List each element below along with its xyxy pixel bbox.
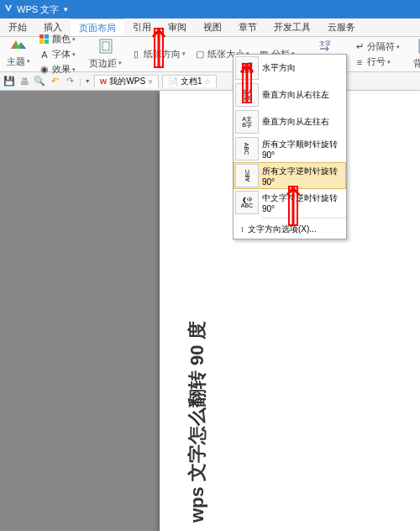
orient-icon: ▯ — [130, 48, 142, 60]
linenum-button[interactable]: ≡行号▾ — [352, 55, 402, 69]
color-button[interactable]: 颜色▾ — [37, 32, 77, 46]
textdir-icon: 文字 — [318, 39, 331, 55]
size-icon: ▢ — [194, 48, 206, 60]
margin-button[interactable]: 页边距▾ — [87, 56, 123, 71]
app-logo-icon — [3, 3, 13, 15]
margin-icon — [99, 39, 113, 55]
qat-save-icon[interactable]: 💾 — [3, 76, 15, 87]
title-dropdown-icon[interactable]: ▼ — [62, 6, 69, 13]
tab-section[interactable]: 章节 — [230, 18, 265, 36]
color-icon — [39, 34, 50, 45]
effect-icon: ◉ — [39, 64, 50, 76]
qat-redo-icon[interactable]: ↷ — [64, 76, 76, 87]
svg-rect-5 — [102, 42, 109, 50]
breaks-button[interactable]: ↵分隔符▾ — [352, 39, 402, 54]
dd-rotate-cw[interactable]: ABC所有文字顺时针旋转90° — [234, 135, 346, 162]
arrow-to-textdir — [238, 54, 256, 104]
linenum-icon: ≡ — [354, 56, 365, 68]
arrow-to-selection — [284, 176, 302, 227]
dd-vert-ltr[interactable]: A文B字垂直方向从左往右 — [234, 108, 346, 135]
arrow-to-tab — [150, 18, 168, 69]
effect-button[interactable]: ◉效果▾ — [37, 62, 77, 76]
doc-icon: 📄 — [168, 77, 178, 87]
qat-preview-icon[interactable]: 🔍 — [34, 76, 45, 87]
app-title: WPS 文字 — [17, 3, 59, 16]
font-button[interactable]: A字体▾ — [37, 47, 77, 61]
ribbon: 主题▾ 颜色▾ A字体▾ ◉效果▾ 页边距▾ ▯纸张方向▾ ▢纸张大小▾ ▥分栏… — [0, 37, 420, 72]
document-text: wps 文字怎么翻转 90 度 — [185, 321, 210, 523]
wps-logo-icon: W — [100, 77, 108, 86]
dd-icon-cn-ccw: ❰中ABC — [235, 191, 259, 214]
svg-rect-4 — [100, 39, 112, 53]
breaks-icon: ↵ — [354, 41, 365, 53]
tab-cloud[interactable]: 云服务 — [319, 18, 364, 36]
font-icon: A — [39, 49, 50, 60]
document-tab[interactable]: 📄 文档1 ☆ — [162, 75, 218, 87]
tab-view[interactable]: 视图 — [195, 18, 230, 36]
mywps-tab[interactable]: W 我的WPS × — [94, 75, 159, 87]
dd-icon-cw: ABC — [235, 137, 259, 160]
svg-rect-2 — [39, 39, 44, 44]
dd-icon-vert-ltr: A文B字 — [235, 110, 259, 134]
tab-home[interactable]: 开始 — [0, 18, 35, 36]
svg-text:文字: 文字 — [319, 40, 331, 46]
svg-rect-0 — [39, 34, 44, 39]
doc-star-icon[interactable]: ☆ — [204, 77, 211, 86]
title-bar: WPS 文字 ▼ — [0, 0, 420, 18]
dd-icon-ccw: ABC — [235, 164, 259, 187]
bg-button[interactable]: 背景▾ — [412, 56, 420, 71]
theme-icon — [11, 40, 26, 54]
theme-button[interactable]: 主题▾ — [5, 55, 32, 69]
tab-devtools[interactable]: 开发工具 — [265, 18, 319, 36]
svg-rect-1 — [45, 34, 49, 39]
svg-rect-3 — [45, 39, 49, 44]
qat-dropdown-icon[interactable]: ▼ — [85, 78, 91, 84]
qat-print-icon[interactable]: 🖶 — [18, 76, 30, 87]
qat-undo-icon[interactable]: ↶ — [49, 76, 60, 87]
close-icon[interactable]: × — [148, 77, 153, 87]
workspace: wps 文字怎么翻转 90 度 — [0, 91, 420, 531]
